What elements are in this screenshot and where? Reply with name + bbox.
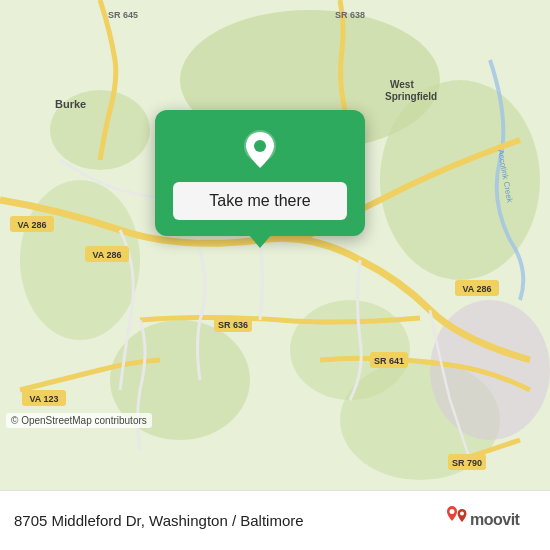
- map-attribution: © OpenStreetMap contributors: [6, 413, 152, 428]
- location-pin-icon: [238, 128, 282, 172]
- svg-text:VA 123: VA 123: [29, 394, 58, 404]
- svg-text:VA 286: VA 286: [92, 250, 121, 260]
- svg-text:SR 790: SR 790: [452, 458, 482, 468]
- svg-text:SR 645: SR 645: [108, 10, 138, 20]
- svg-text:West: West: [390, 79, 414, 90]
- map-container: SR 645 SR 638 Burke West Springfield VA …: [0, 0, 550, 490]
- popup-card: Take me there: [155, 110, 365, 236]
- address-text: 8705 Middleford Dr, Washington / Baltimo…: [14, 512, 304, 529]
- moovit-logo: moovit: [446, 503, 536, 539]
- bottom-bar: 8705 Middleford Dr, Washington / Baltimo…: [0, 490, 550, 550]
- svg-text:SR 641: SR 641: [374, 356, 404, 366]
- svg-point-30: [254, 140, 266, 152]
- take-me-there-button[interactable]: Take me there: [173, 182, 347, 220]
- svg-point-31: [450, 509, 455, 514]
- svg-text:SR 638: SR 638: [335, 10, 365, 20]
- svg-text:Burke: Burke: [55, 98, 86, 110]
- svg-text:SR 636: SR 636: [218, 320, 248, 330]
- moovit-logo-svg: moovit: [446, 503, 536, 539]
- svg-text:VA 286: VA 286: [17, 220, 46, 230]
- svg-text:VA 286: VA 286: [462, 284, 491, 294]
- svg-point-32: [460, 511, 464, 515]
- svg-text:Springfield: Springfield: [385, 91, 437, 102]
- svg-text:moovit: moovit: [470, 511, 521, 528]
